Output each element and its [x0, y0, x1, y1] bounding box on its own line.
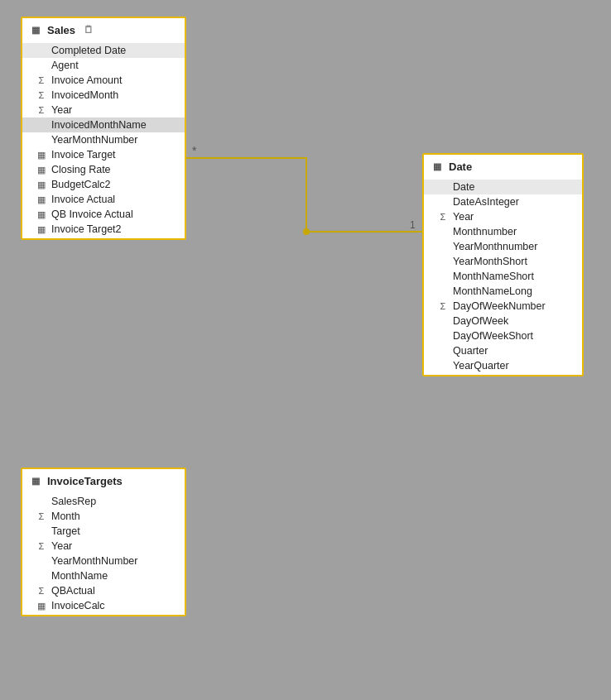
it-field-qb-actual[interactable]: Σ QBActual — [22, 583, 185, 598]
date-field-year-monthnumber[interactable]: YearMonthnumber — [424, 239, 582, 254]
sales-field-completed-date[interactable]: Completed Date — [22, 43, 185, 58]
field-icon-sigma: Σ — [437, 212, 449, 222]
field-label: MonthNameShort — [453, 271, 534, 282]
field-label: Closing Rate — [51, 164, 111, 175]
date-table-title: Date — [449, 161, 472, 173]
field-label: Target — [51, 525, 80, 537]
field-label: DayOfWeekShort — [453, 330, 533, 342]
sales-table: ▦ Sales 🗒 Completed Date Agent Σ Invoice… — [21, 17, 186, 240]
date-field-day-of-week-number[interactable]: Σ DayOfWeekNumber — [424, 299, 582, 314]
sales-memo-icon: 🗒 — [84, 24, 94, 36]
field-label: SalesRep — [51, 496, 96, 507]
field-icon-sigma: Σ — [36, 511, 47, 521]
field-icon-sigma: Σ — [36, 105, 47, 115]
field-label: YearMonthShort — [453, 256, 527, 267]
sales-table-icon: ▦ — [29, 23, 42, 36]
sales-field-invoiced-month-name[interactable]: InvoicedMonthName — [22, 117, 185, 132]
sales-table-rows: Completed Date Agent Σ Invoice Amount Σ … — [22, 41, 185, 238]
field-label: Monthnumber — [453, 226, 517, 237]
field-label: Date — [453, 181, 474, 193]
relation-one-label: 1 — [410, 219, 416, 231]
date-field-month-name-long[interactable]: MonthNameLong — [424, 284, 582, 299]
date-field-year-month-short[interactable]: YearMonthShort — [424, 254, 582, 269]
field-icon-grid: ▦ — [36, 150, 47, 161]
field-icon-grid: ▦ — [36, 194, 47, 205]
field-label: DayOfWeek — [453, 315, 508, 327]
date-field-year[interactable]: Σ Year — [424, 209, 582, 224]
field-label: InvoicedMonthName — [51, 119, 147, 131]
field-icon-sigma: Σ — [36, 541, 47, 551]
date-field-monthnumber[interactable]: Monthnumber — [424, 224, 582, 239]
field-label: Invoice Target — [51, 149, 116, 161]
field-label: Completed Date — [51, 45, 126, 56]
field-icon-sigma: Σ — [36, 586, 47, 596]
field-label: Invoice Actual — [51, 194, 115, 205]
field-icon-grid: ▦ — [36, 601, 47, 611]
it-field-sales-rep[interactable]: SalesRep — [22, 494, 185, 509]
date-table-icon: ▦ — [431, 160, 444, 173]
field-label: QBActual — [51, 585, 95, 597]
field-label: Invoice Amount — [51, 74, 122, 86]
field-label: InvoiceCalc — [51, 600, 105, 611]
field-label: QB Invoice Actual — [51, 209, 133, 220]
date-table-rows: Date DateAsInteger Σ Year Monthnumber Ye… — [424, 178, 582, 375]
sales-field-invoice-target2[interactable]: ▦ Invoice Target2 — [22, 222, 185, 237]
sales-table-title: Sales — [47, 24, 75, 36]
field-icon-sigma: Σ — [36, 90, 47, 100]
field-label: Year — [51, 540, 72, 552]
relation-star-label: * — [192, 144, 197, 157]
date-field-date[interactable]: Date — [424, 180, 582, 194]
field-label: DateAsInteger — [453, 196, 519, 208]
field-label: Year — [453, 211, 474, 223]
it-field-year[interactable]: Σ Year — [22, 539, 185, 554]
sales-field-invoiced-month[interactable]: Σ InvoicedMonth — [22, 88, 185, 103]
it-field-month-name[interactable]: MonthName — [22, 568, 185, 583]
date-table-header: ▦ Date — [424, 155, 582, 178]
date-field-quarter[interactable]: Quarter — [424, 343, 582, 358]
field-label: MonthName — [51, 570, 108, 582]
field-label: YearMonthNumber — [51, 555, 137, 567]
sales-field-invoice-target[interactable]: ▦ Invoice Target — [22, 147, 185, 162]
date-field-year-quarter[interactable]: YearQuarter — [424, 358, 582, 373]
relation-line-sales-to-date — [186, 158, 422, 232]
sales-field-year[interactable]: Σ Year — [22, 103, 185, 117]
field-label: YearMonthnumber — [453, 241, 537, 252]
sales-field-budget-calc2[interactable]: ▦ BudgetCalc2 — [22, 177, 185, 192]
field-label: DayOfWeekNumber — [453, 300, 546, 312]
it-field-invoice-calc[interactable]: ▦ InvoiceCalc — [22, 598, 185, 613]
field-icon-grid: ▦ — [36, 180, 47, 190]
field-icon-sigma: Σ — [36, 75, 47, 85]
date-field-date-as-integer[interactable]: DateAsInteger — [424, 194, 582, 209]
relation-midpoint — [303, 228, 310, 235]
field-icon-grid: ▦ — [36, 165, 47, 175]
sales-field-closing-rate[interactable]: ▦ Closing Rate — [22, 162, 185, 177]
it-field-month[interactable]: Σ Month — [22, 509, 185, 524]
field-icon-grid: ▦ — [36, 224, 47, 235]
sales-field-agent[interactable]: Agent — [22, 58, 185, 73]
field-label: Quarter — [453, 345, 488, 357]
field-label: Month — [51, 511, 80, 522]
invoice-targets-table-title: InvoiceTargets — [47, 475, 123, 487]
date-field-day-of-week[interactable]: DayOfWeek — [424, 314, 582, 328]
it-field-year-month-number[interactable]: YearMonthNumber — [22, 554, 185, 568]
invoice-targets-table-rows: SalesRep Σ Month Target Σ Year YearMonth… — [22, 492, 185, 615]
date-table: ▦ Date Date DateAsInteger Σ Year Monthnu… — [422, 153, 584, 376]
invoice-targets-table-icon: ▦ — [29, 474, 42, 487]
sales-table-header: ▦ Sales 🗒 — [22, 18, 185, 41]
field-label: MonthNameLong — [453, 285, 532, 297]
date-field-day-of-week-short[interactable]: DayOfWeekShort — [424, 328, 582, 343]
sales-field-year-month-number[interactable]: YearMonthNumber — [22, 132, 185, 147]
field-label: Year — [51, 104, 72, 116]
field-icon-sigma: Σ — [437, 301, 449, 311]
sales-field-invoice-actual[interactable]: ▦ Invoice Actual — [22, 192, 185, 207]
date-field-month-name-short[interactable]: MonthNameShort — [424, 269, 582, 284]
it-field-target[interactable]: Target — [22, 524, 185, 539]
field-icon-grid: ▦ — [36, 209, 47, 220]
invoice-targets-table-header: ▦ InvoiceTargets — [22, 469, 185, 492]
field-label: BudgetCalc2 — [51, 179, 111, 190]
invoice-targets-table: ▦ InvoiceTargets SalesRep Σ Month Target… — [21, 467, 186, 616]
field-label: InvoicedMonth — [51, 89, 118, 101]
sales-field-qb-invoice-actual[interactable]: ▦ QB Invoice Actual — [22, 207, 185, 222]
sales-field-invoice-amount[interactable]: Σ Invoice Amount — [22, 73, 185, 88]
field-label: YearQuarter — [453, 360, 509, 372]
